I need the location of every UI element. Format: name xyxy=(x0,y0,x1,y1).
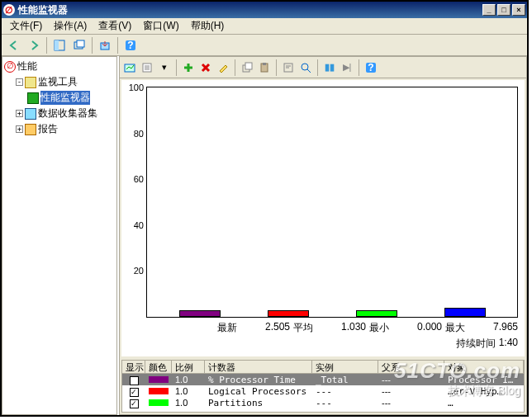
export-button[interactable] xyxy=(96,36,114,54)
chart-bar xyxy=(268,310,309,317)
minimize-button[interactable]: _ xyxy=(482,4,496,16)
cell-counter: Logical Processors xyxy=(205,386,312,397)
window-title: 性能监视器 xyxy=(18,3,482,17)
checkbox[interactable]: ✓ xyxy=(130,388,139,397)
max-label: 最大 xyxy=(445,321,465,335)
delete-button[interactable] xyxy=(197,59,214,76)
svg-text:?: ? xyxy=(127,40,133,51)
collapse-icon[interactable]: - xyxy=(16,78,23,86)
col-show[interactable]: 显示 xyxy=(122,361,145,373)
update-button[interactable]: ▶| xyxy=(339,59,355,76)
cell-object: …er-V Hyp… xyxy=(444,386,524,397)
avg-value: 1.030 xyxy=(316,321,366,335)
freeze-button[interactable]: ▮▮ xyxy=(321,59,338,76)
close-button[interactable]: × xyxy=(512,4,525,16)
cell-scale: 1.0 xyxy=(172,386,205,396)
tree-root[interactable]: 性能 xyxy=(4,59,115,74)
copy-button[interactable] xyxy=(239,59,255,76)
cell-object: … xyxy=(444,398,524,408)
chart-area: 100 80 60 40 20 最新 2.505 平均 1.030 最小 0.0… xyxy=(121,80,525,356)
main-pane: ▾ ▮▮ ▶| ? 100 xyxy=(119,56,527,415)
dropdown-icon[interactable]: ▾ xyxy=(156,59,173,76)
col-counter[interactable]: 计数器 xyxy=(205,361,312,373)
checkbox[interactable]: ✓ xyxy=(130,376,139,385)
cell-instance: --- xyxy=(312,398,378,408)
add-button[interactable] xyxy=(180,59,197,76)
app-icon: ∅ xyxy=(3,4,15,16)
ytick: 80 xyxy=(134,129,144,139)
table-row[interactable]: ✓1.0% Processor Time_Total---Processor I… xyxy=(122,374,524,385)
menu-window[interactable]: 窗口(W) xyxy=(138,17,183,35)
ytick: 20 xyxy=(134,266,144,276)
col-color[interactable]: 颜色 xyxy=(145,361,172,373)
monitor-icon xyxy=(27,92,39,104)
help-button[interactable]: ? xyxy=(121,36,140,54)
cell-parent: --- xyxy=(378,386,444,396)
performance-icon xyxy=(4,61,16,73)
tree-reports[interactable]: +报告 xyxy=(4,121,115,137)
view-log-button[interactable] xyxy=(139,59,155,76)
main-toolbar: ? xyxy=(2,35,527,56)
properties-button[interactable] xyxy=(280,59,297,76)
menu-help[interactable]: 帮助(H) xyxy=(186,17,230,35)
highlight-button[interactable] xyxy=(215,59,231,76)
cell-parent: --- xyxy=(378,398,444,408)
menu-action[interactable]: 操作(A) xyxy=(49,17,92,35)
svg-text:?: ? xyxy=(368,62,373,73)
new-window-button[interactable] xyxy=(70,36,88,54)
forward-button[interactable] xyxy=(25,36,43,54)
chart-bar xyxy=(356,310,397,317)
min-value: 0.000 xyxy=(392,321,442,335)
table-row[interactable]: ✓1.0Partitions------… xyxy=(122,397,524,408)
menu-file[interactable]: 文件(F) xyxy=(5,17,47,35)
ytick: 100 xyxy=(129,83,144,92)
table-header: 显示 颜色 比例 计数器 实例 父系 对象 xyxy=(122,361,524,374)
cell-counter: % Processor Time xyxy=(205,375,312,385)
color-swatch xyxy=(149,388,169,394)
col-scale[interactable]: 比例 xyxy=(172,361,205,373)
collector-icon xyxy=(25,108,36,120)
cell-parent: --- xyxy=(378,375,444,385)
back-button[interactable] xyxy=(5,36,23,54)
view-current-button[interactable] xyxy=(121,59,138,76)
counter-table: 显示 颜色 比例 计数器 实例 父系 对象 ✓1.0% Processor Ti… xyxy=(121,360,525,413)
help-icon[interactable]: ? xyxy=(363,59,379,76)
expand-icon[interactable]: + xyxy=(16,110,23,117)
cell-counter: Partitions xyxy=(205,398,312,408)
duration-row: 持续时间 1:40 xyxy=(146,337,518,352)
cell-object: Processor I… xyxy=(444,375,524,385)
svg-rect-12 xyxy=(263,63,266,65)
cell-scale: 1.0 xyxy=(172,375,205,385)
tree-collector[interactable]: +数据收集器集 xyxy=(4,106,115,121)
svg-rect-3 xyxy=(77,40,84,47)
color-swatch xyxy=(149,376,169,383)
tree-pane: 性能 -监视工具 性能监视器 +数据收集器集 +报告 xyxy=(2,56,117,415)
paste-button[interactable] xyxy=(256,59,273,76)
max-value: 7.965 xyxy=(468,321,518,335)
tree-monitor-tools[interactable]: -监视工具 xyxy=(4,74,115,90)
col-instance[interactable]: 实例 xyxy=(312,361,378,373)
menu-view[interactable]: 查看(V) xyxy=(93,17,136,35)
table-row[interactable]: ✓1.0Logical Processors------…er-V Hyp… xyxy=(122,385,524,397)
color-swatch xyxy=(149,399,169,406)
perf-toolbar: ▾ ▮▮ ▶| ? xyxy=(120,57,526,78)
col-object[interactable]: 对象 xyxy=(444,361,524,373)
expand-icon[interactable]: + xyxy=(16,125,23,133)
chart-plot[interactable]: 100 80 60 40 20 xyxy=(146,87,518,318)
maximize-button[interactable]: □ xyxy=(497,4,511,16)
menubar: 文件(F) 操作(A) 查看(V) 窗口(W) 帮助(H) xyxy=(2,18,527,35)
show-hide-tree-button[interactable] xyxy=(50,36,69,54)
chart-bar xyxy=(444,308,486,317)
min-label: 最小 xyxy=(369,321,389,335)
ytick: 40 xyxy=(134,220,144,230)
svg-rect-1 xyxy=(55,40,59,50)
checkbox[interactable]: ✓ xyxy=(130,399,139,408)
tree-perf-monitor[interactable]: 性能监视器 xyxy=(4,90,115,106)
cell-instance: _Total xyxy=(312,375,378,385)
folder-icon xyxy=(25,77,36,88)
latest-value: 2.505 xyxy=(240,321,290,335)
cell-scale: 1.0 xyxy=(172,398,205,408)
zoom-button[interactable] xyxy=(297,59,314,76)
titlebar: ∅ 性能监视器 _ □ × xyxy=(2,2,527,18)
col-parent[interactable]: 父系 xyxy=(378,361,444,373)
